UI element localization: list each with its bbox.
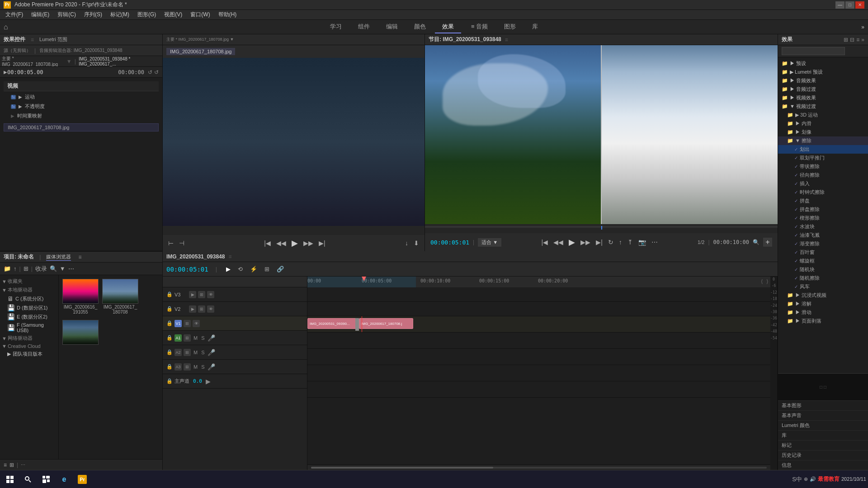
track-a1-mic[interactable]: 🎤	[208, 334, 215, 342]
menu-mark[interactable]: 标记(M)	[107, 10, 133, 19]
tl-ripple-tool[interactable]: ⚡	[248, 265, 259, 273]
local-drives-section[interactable]: ▼ 本地驱动器	[0, 286, 58, 294]
drag-icon[interactable]: ⋯	[21, 462, 25, 467]
effects-icon-1[interactable]: ⊞	[844, 37, 848, 43]
program-fit-dropdown[interactable]: 适合 ▼	[478, 238, 501, 247]
track-v1-target[interactable]: V1	[175, 320, 182, 327]
effects-sub-slide[interactable]: 📁 ▶ 滑动	[778, 308, 868, 317]
lumetri-tab[interactable]: Lumetri 范围	[39, 36, 67, 43]
nav-tab-edit[interactable]: 编辑	[379, 21, 405, 33]
win-search-btn[interactable]	[20, 471, 36, 488]
source-mark-out[interactable]: ⊣	[177, 239, 186, 248]
effects-item-cutout[interactable]: ✓ 划出	[778, 145, 868, 154]
effects-item-wedge-wipe[interactable]: ✓ 楔形擦除	[778, 214, 868, 222]
play-icon[interactable]: ▶	[4, 70, 7, 75]
menu-edit[interactable]: 编辑(E)	[28, 10, 53, 19]
tl-razor-tool[interactable]: ⟲	[236, 265, 245, 273]
prog-step-back[interactable]: ◀◀	[552, 238, 565, 247]
track-main-lock[interactable]: 🔒	[166, 378, 173, 384]
win-premiere-btn[interactable]: Pr	[74, 471, 90, 488]
ruler-scroll-right[interactable]: ⟩	[766, 278, 769, 285]
effects-item-clock-wipe[interactable]: ✓ 时钟式擦除	[778, 188, 868, 197]
effects-item-checker-wipe[interactable]: ✓ 拼盘擦除	[778, 205, 868, 214]
track-v2-visibility[interactable]: ▶	[189, 305, 196, 313]
effects-icon-2[interactable]: ⊟	[850, 37, 854, 43]
menu-window[interactable]: 窗口(W)	[187, 10, 213, 19]
effects-item-blinds[interactable]: ✓ 百叶窗	[778, 248, 868, 257]
media-browser-tab[interactable]: 媒体浏览器	[46, 253, 71, 261]
track-a2-solo[interactable]: S	[200, 350, 205, 355]
track-v3-visibility[interactable]: ▶	[189, 291, 196, 298]
prog-step-fwd[interactable]: ▶▶	[579, 238, 592, 247]
win-taskview-btn[interactable]	[38, 471, 54, 488]
source-play-btn[interactable]: ▶	[290, 237, 300, 249]
effects-cat-audio-fx[interactable]: 📁 ▶ 音频效果	[778, 76, 868, 85]
track-a1-solo[interactable]: S	[200, 335, 205, 341]
effects-panel-more[interactable]: »	[861, 37, 864, 43]
effects-icon-3[interactable]: ≡	[856, 37, 859, 43]
source-insert[interactable]: ↓	[403, 239, 410, 248]
import-icon[interactable]: ↑	[14, 265, 17, 272]
nav-tab-component[interactable]: 组件	[351, 21, 377, 33]
effects-sub-iris[interactable]: 📁 ▶ 划像	[778, 128, 868, 136]
menu-view[interactable]: 视图(V)	[160, 10, 186, 19]
network-drives-section[interactable]: ▼ 网络驱动器	[0, 334, 58, 343]
effects-sub-dissolve[interactable]: 📁 ▶ 溶解	[778, 300, 868, 308]
motion-row[interactable]: fx ▶ 运动	[4, 93, 159, 101]
effects-item-spiral[interactable]: ✓ 螺旋框	[778, 257, 868, 265]
menu-help[interactable]: 帮助(H)	[215, 10, 241, 19]
menu-clip[interactable]: 剪辑(C)	[54, 10, 80, 19]
effects-item-checkerboard[interactable]: ✓ 拼盘	[778, 197, 868, 205]
track-v1-lock[interactable]: 🔒	[166, 320, 173, 326]
effects-item-random-wipe[interactable]: ✓ 随机擦除	[778, 274, 868, 282]
source-mark-in[interactable]: ⊢	[166, 239, 175, 248]
timeline-scrollbar[interactable]	[307, 465, 770, 470]
effects-item-water-block[interactable]: ✓ 水波块	[778, 222, 868, 231]
more-icon[interactable]: »	[861, 24, 864, 30]
effects-sub-immersive[interactable]: 📁 ▶ 沉浸式视频	[778, 291, 868, 300]
prog-jump-start[interactable]: |◀	[539, 238, 550, 247]
effects-sub-wipe[interactable]: 📁 ▼ 擦除	[778, 136, 868, 145]
clip-transition[interactable]	[355, 318, 359, 331]
effects-sub-page-peel[interactable]: 📁 ▶ 页面剥落	[778, 317, 868, 325]
track-v3-sync[interactable]: ⊞	[198, 291, 205, 298]
main-clip-tab[interactable]: 主要 * IMG_20200617_180708.jpg	[2, 56, 65, 67]
track-v2-eye[interactable]: 👁	[207, 305, 214, 313]
track-a2-mic[interactable]: 🎤	[208, 349, 215, 356]
list-icon[interactable]: ≡	[4, 462, 7, 468]
effects-cat-audio-trans[interactable]: 📁 ▶ 音频过渡	[778, 85, 868, 94]
track-a3-mic[interactable]: 🎤	[208, 363, 215, 371]
track-a1-lock[interactable]: 🔒	[166, 335, 173, 341]
drive-c[interactable]: 🖥 C (系统分区)	[0, 294, 58, 303]
tl-magnet-tool[interactable]: ⊞	[263, 265, 271, 273]
track-v1-eye[interactable]: 👁	[193, 320, 200, 327]
team-projects[interactable]: ▶ 团队项目版本	[0, 350, 58, 358]
media-thumb-2[interactable]: IMG_20200617_180708	[102, 279, 138, 314]
library-section[interactable]: 库	[778, 430, 868, 440]
ruler-scroll-left[interactable]: ⟨	[761, 278, 763, 285]
track-a3-lock[interactable]: 🔒	[166, 364, 173, 370]
effects-item-paint-splash[interactable]: ✓ 油漆飞溅	[778, 231, 868, 239]
effects-item-insert[interactable]: ✓ 插入	[778, 179, 868, 188]
clip-2[interactable]: IMG_20200617_180708.j	[359, 318, 413, 329]
prog-mark-loop[interactable]: ↻	[606, 238, 615, 247]
effects-item-gradient-wipe[interactable]: ✓ 渐变擦除	[778, 239, 868, 248]
source-step-fwd[interactable]: ▶▶	[302, 239, 315, 248]
new-bin-icon[interactable]: 📁	[4, 265, 11, 272]
track-a2-mute[interactable]: M	[193, 350, 198, 355]
effects-sub-inside[interactable]: 📁 ▶ 内滑	[778, 119, 868, 128]
tray-volume[interactable]: 🔊	[810, 476, 816, 482]
media-thumb-1[interactable]: IMG_20200616_191055	[62, 279, 99, 314]
effects-cat-video-fx[interactable]: 📁 ▶ 视频效果	[778, 94, 868, 102]
track-a3-target[interactable]: A3	[175, 363, 182, 371]
nav-tab-color[interactable]: 颜色	[407, 21, 433, 33]
source-overwrite[interactable]: ⬇	[412, 239, 421, 248]
track-a2-target[interactable]: A2	[175, 349, 182, 356]
basic-graphics-section[interactable]: 基本图形	[778, 400, 868, 410]
minimize-button[interactable]: —	[835, 1, 844, 9]
media-browser-icon[interactable]: ≡	[78, 254, 81, 260]
prog-more[interactable]: ⋯	[650, 238, 660, 247]
track-a1-mute[interactable]: M	[193, 335, 198, 341]
win-start-btn[interactable]	[2, 471, 18, 488]
home-icon[interactable]: ⌂	[4, 23, 8, 31]
